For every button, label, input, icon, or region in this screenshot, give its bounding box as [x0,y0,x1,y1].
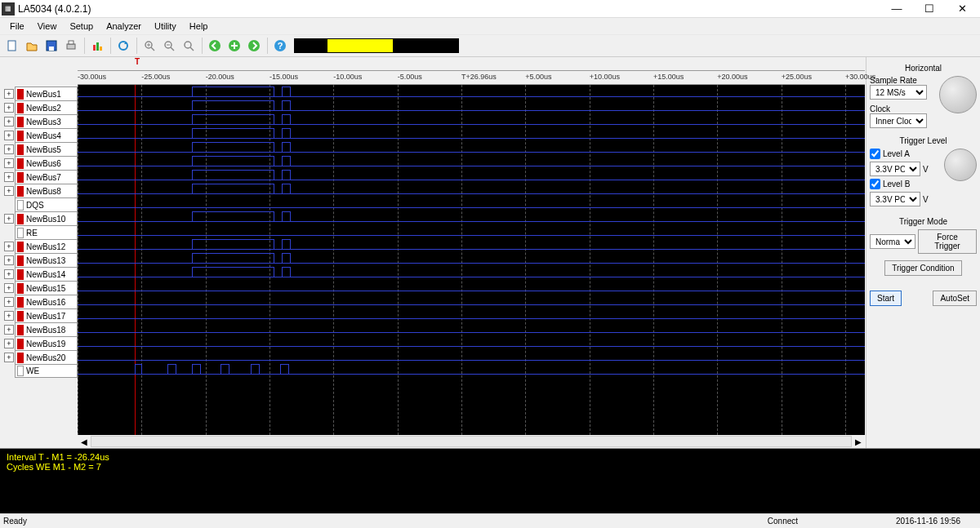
window-titlebar: ▦ LA5034 (4.0.2.1) — ☐ ✕ [0,0,980,18]
save-icon[interactable] [42,37,60,55]
signal-flag-icon [17,242,24,252]
signal-name: DQS [26,201,44,210]
app-icon: ▦ [2,2,15,16]
help-icon[interactable]: ? [271,37,289,55]
expand-icon[interactable]: + [4,242,14,251]
t-marker: T [135,57,140,66]
signal-label-row[interactable]: +NewBus14 [15,267,78,281]
autoset-button[interactable]: AutoSet [933,291,977,306]
print-icon[interactable] [62,37,80,55]
level-b-checkbox[interactable]: Level B [870,179,942,189]
nav-back-icon[interactable] [206,37,224,55]
signal-name: NewBus20 [26,353,65,362]
expand-icon[interactable]: + [4,172,14,182]
waveform-canvas[interactable] [78,85,865,435]
horizontal-knob[interactable] [939,76,977,113]
signal-label-row[interactable]: +NewBus12 [15,239,78,253]
expand-icon[interactable]: + [4,283,14,293]
sample-rate-select[interactable]: 12 MS/s [870,85,927,100]
expand-icon[interactable]: + [4,144,14,154]
expand-icon[interactable]: + [4,158,14,168]
signal-label-row[interactable]: +NewBus17 [15,308,78,322]
scroll-track[interactable] [91,436,852,447]
menu-file[interactable]: File [3,20,31,33]
clock-select[interactable]: Inner Clock [870,113,927,128]
expand-icon[interactable]: + [4,117,14,126]
refresh-icon[interactable] [114,37,132,55]
expand-icon[interactable]: + [4,339,14,348]
menu-utility[interactable]: Utility [148,20,183,33]
signal-label-row[interactable]: RE [15,225,78,239]
scroll-right-icon[interactable]: ▶ [852,437,865,446]
signal-name: NewBus5 [26,145,61,154]
status-connect: Connect [768,517,798,526]
svg-point-20 [248,40,260,51]
trigger-mode-select[interactable]: Normal [870,234,915,249]
time-ruler[interactable]: -30.00us-25.00us-20.00us-15.00us-10.00us… [78,70,865,85]
menu-view[interactable]: View [31,20,64,33]
signal-label-row[interactable]: +NewBus20 [15,350,78,364]
ruler-tick: -5.00us [398,73,422,81]
nav-forward-icon[interactable] [245,37,263,55]
signal-trace [78,335,865,348]
minimize-button[interactable]: — [880,1,913,17]
expand-icon[interactable]: + [4,186,14,196]
signal-label-row[interactable]: +NewBus1 [15,87,78,100]
chart-icon[interactable] [88,37,106,55]
waveform-column: T -30.00us-25.00us-20.00us-15.00us-10.00… [78,57,865,448]
signal-label-row[interactable]: +NewBus3 [15,114,78,128]
signal-label-row[interactable]: +NewBus8 [15,184,78,197]
level-a-select[interactable]: 3.3V PCI (1 [870,162,920,176]
scroll-left-icon[interactable]: ◀ [78,437,91,446]
signal-label-row[interactable]: +NewBus13 [15,253,78,267]
signal-label-row[interactable]: +NewBus18 [15,322,78,336]
zoom-fit-icon[interactable] [180,37,198,55]
new-file-icon[interactable] [3,37,21,55]
horizontal-scrollbar[interactable]: ◀ ▶ [78,435,865,448]
signal-label-row[interactable]: +NewBus6 [15,156,78,170]
signal-trace [78,251,865,265]
expand-icon[interactable]: + [4,325,14,335]
signal-label-row[interactable]: +NewBus5 [15,142,78,156]
expand-icon[interactable]: + [4,311,14,321]
signal-label-row[interactable]: DQS [15,197,78,211]
overview-strip[interactable] [294,38,459,53]
menu-help[interactable]: Help [183,20,215,33]
nav-center-icon[interactable] [225,37,243,55]
signal-label-row[interactable]: +NewBus15 [15,281,78,295]
expand-icon[interactable]: + [4,103,14,113]
zoom-in-icon[interactable] [140,37,158,55]
start-button[interactable]: Start [870,291,902,306]
expand-icon[interactable]: + [4,131,14,140]
signal-label-row[interactable]: +NewBus19 [15,336,78,350]
expand-icon[interactable]: + [4,89,14,99]
level-a-checkbox[interactable]: Level A [870,149,942,159]
expand-icon[interactable]: + [4,353,14,362]
force-trigger-button[interactable]: Force Trigger [918,229,977,254]
signal-flag-icon [17,186,24,197]
signal-label-row[interactable]: +NewBus4 [15,128,78,142]
signal-flag-icon [17,200,24,211]
signal-name: NewBus18 [26,326,65,335]
expand-icon[interactable]: + [4,297,14,307]
signal-label-row[interactable]: +NewBus10 [15,211,78,225]
expand-icon[interactable]: + [4,214,14,224]
menu-setup[interactable]: Setup [63,20,100,33]
zoom-out-icon[interactable] [160,37,178,55]
signal-label-row[interactable]: WE [15,364,78,378]
signal-label-row[interactable]: +NewBus2 [15,100,78,114]
close-button[interactable]: ✕ [946,1,978,17]
signal-trace [78,113,865,126]
menu-analyzer[interactable]: Analyzer [100,20,148,33]
expand-icon[interactable]: + [4,269,14,279]
strip-seg-1 [327,39,393,52]
signal-label-row[interactable]: +NewBus7 [15,170,78,184]
trigger-level-knob[interactable] [944,149,977,181]
expand-icon[interactable]: + [4,255,14,265]
ruler-tick: +5.00us [525,73,551,81]
maximize-button[interactable]: ☐ [913,1,946,17]
open-file-icon[interactable] [23,37,41,55]
trigger-condition-button[interactable]: Trigger Condition [884,260,961,276]
level-b-select[interactable]: 3.3V PCI (1 [870,192,920,206]
signal-label-row[interactable]: +NewBus16 [15,295,78,308]
